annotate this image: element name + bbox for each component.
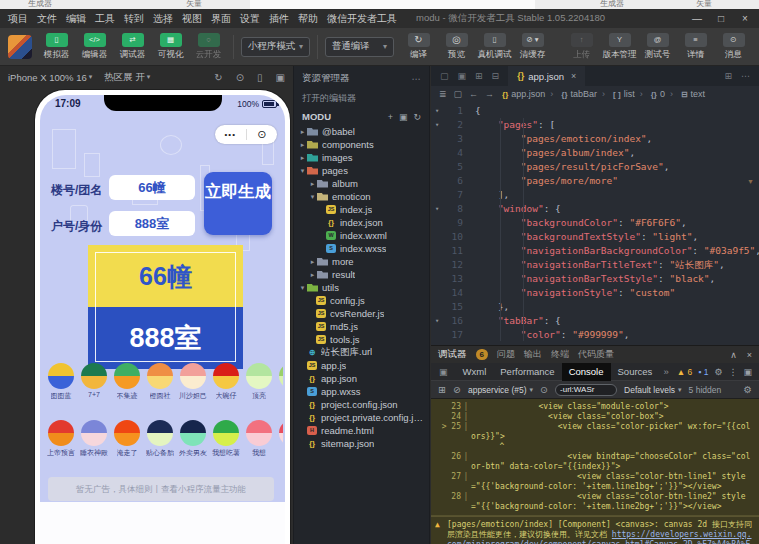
breadcrumb-segment[interactable]: {} 0 bbox=[635, 89, 665, 99]
editor-toolbar-icon[interactable]: ▣ bbox=[458, 71, 467, 81]
menu-item[interactable]: 工具 bbox=[95, 12, 115, 26]
tree-item[interactable]: JS tools.js bbox=[294, 333, 429, 346]
toolbar-action-button[interactable]: ▯ 真机调试 bbox=[477, 33, 512, 61]
toolbar-panel-button[interactable]: ▦ 可视化 bbox=[153, 33, 188, 61]
console-settings-icon[interactable]: ⚙ bbox=[743, 384, 752, 395]
toolbar-project-button[interactable]: Y 版本管理 bbox=[602, 33, 637, 61]
issues-count-badge[interactable]: ▪ 1 bbox=[698, 367, 708, 377]
simulator-icon[interactable]: ▯ bbox=[257, 72, 263, 83]
fold-arrow-icon[interactable] bbox=[431, 160, 443, 174]
fold-arrow-icon[interactable] bbox=[431, 174, 443, 188]
tree-item[interactable]: {} sitemap.json bbox=[294, 437, 429, 450]
color-swatch[interactable]: 上帝预言 bbox=[46, 420, 76, 458]
tree-item[interactable]: JS app.js bbox=[294, 359, 429, 372]
collapse-icon[interactable]: ∧ bbox=[730, 350, 737, 360]
debugger-title[interactable]: 调试器 bbox=[438, 348, 467, 361]
more-tabs-icon[interactable]: » bbox=[659, 366, 672, 377]
debugger-tab[interactable]: 问题 bbox=[497, 348, 515, 361]
fold-arrow-icon[interactable]: ▾ bbox=[431, 202, 443, 216]
color-swatch[interactable]: 我想吃薯 bbox=[211, 420, 241, 458]
devtools-tab[interactable]: Sources bbox=[611, 363, 660, 381]
tree-item[interactable]: W index.wxml bbox=[294, 229, 429, 242]
exit-target-icon[interactable]: ⊙ bbox=[247, 128, 278, 141]
more-icon[interactable]: ⋯ bbox=[412, 73, 422, 84]
settings-gear-icon[interactable]: ⚙ bbox=[714, 367, 722, 377]
close-button[interactable]: × bbox=[733, 9, 757, 28]
tree-item[interactable]: JS cvsRender.js bbox=[294, 307, 429, 320]
simulator-icon[interactable]: ▣ bbox=[276, 72, 285, 83]
breadcrumb-segment[interactable]: ⊟ text bbox=[665, 89, 705, 99]
color-swatch[interactable]: 淹走了 bbox=[112, 420, 142, 458]
tree-item[interactable]: ▾ pages bbox=[294, 164, 429, 177]
breadcrumb-nav-icon[interactable]: ≣ bbox=[439, 89, 447, 99]
open-editors-section[interactable]: 打开的编辑器 bbox=[294, 89, 429, 108]
breadcrumb-segment[interactable]: {} tabBar bbox=[545, 89, 597, 99]
toolbar-action-button[interactable]: ◎ 预览 bbox=[439, 33, 474, 61]
menu-item[interactable]: 编辑 bbox=[66, 12, 86, 26]
fold-arrow-icon[interactable]: ▾ bbox=[431, 314, 443, 328]
tree-item[interactable]: ▾ emoticon bbox=[294, 190, 429, 203]
more-menu-icon[interactable]: ••• bbox=[215, 130, 246, 139]
breadcrumb-segment[interactable]: {} app.json bbox=[502, 89, 545, 99]
warning-count-badge[interactable]: ▲ 6 bbox=[677, 367, 693, 377]
menu-item[interactable]: 插件 bbox=[269, 12, 289, 26]
toolbar-project-button[interactable]: @ 测试号 bbox=[640, 33, 675, 61]
menu-item[interactable]: 微信开发者工具 bbox=[327, 12, 397, 26]
project-section[interactable]: MODU + ▣ ↻ bbox=[294, 108, 429, 125]
editor-right-icon[interactable]: ⊞ bbox=[724, 71, 732, 81]
fold-arrow-icon[interactable] bbox=[431, 216, 443, 230]
tree-item[interactable]: H readme.html bbox=[294, 424, 429, 437]
color-swatch[interactable]: 睡衣神殿 bbox=[79, 420, 109, 458]
fold-arrow-icon[interactable] bbox=[431, 300, 443, 314]
menu-item[interactable]: 转到 bbox=[124, 12, 144, 26]
breadcrumb-nav-icon[interactable]: ← bbox=[469, 89, 478, 99]
fold-arrow-icon[interactable] bbox=[431, 328, 443, 342]
fold-arrow-icon[interactable]: ▾ bbox=[431, 104, 443, 118]
breadcrumb-segment[interactable]: [ ] list bbox=[597, 89, 635, 99]
toolbar-panel-button[interactable]: ○ 云开发 bbox=[191, 33, 226, 61]
color-swatch[interactable]: 大碗仔 bbox=[211, 363, 241, 401]
menu-item[interactable]: 帮助 bbox=[298, 12, 318, 26]
devtools-tab[interactable]: Console bbox=[562, 363, 611, 381]
project-avatar[interactable] bbox=[8, 35, 32, 59]
log-levels-select[interactable]: Default levels ▾ bbox=[624, 385, 682, 395]
console-filter-input[interactable] bbox=[555, 384, 617, 396]
tree-item[interactable]: {} app.json bbox=[294, 372, 429, 385]
menu-item[interactable]: 视图 bbox=[182, 12, 202, 26]
new-file-icon[interactable]: + bbox=[388, 112, 393, 122]
fold-arrow-icon[interactable] bbox=[431, 230, 443, 244]
inspect-element-icon[interactable]: ▣ bbox=[431, 367, 456, 377]
building-input[interactable]: 66幢 bbox=[109, 175, 195, 200]
tab-icon-home[interactable]: ▲ bbox=[114, 540, 127, 544]
minimize-button[interactable]: — bbox=[685, 9, 709, 28]
debugger-tab[interactable]: 代码质量 bbox=[578, 348, 614, 361]
fold-arrow-icon[interactable] bbox=[431, 146, 443, 160]
tree-item[interactable]: JS config.js bbox=[294, 294, 429, 307]
color-swatch[interactable]: 不集迹 bbox=[112, 363, 142, 401]
color-swatch[interactable]: 贴心备胎 bbox=[145, 420, 175, 458]
editor-toolbar-icon[interactable]: ⊟ bbox=[492, 71, 500, 81]
breadcrumb-nav-icon[interactable]: → bbox=[485, 89, 494, 99]
menu-item[interactable]: 项目 bbox=[8, 12, 28, 26]
toolbar-project-button[interactable]: ≡ 详情 bbox=[678, 33, 713, 61]
color-swatch[interactable]: 外卖男友 bbox=[178, 420, 208, 458]
editor-toolbar-icon[interactable]: ⊞ bbox=[475, 71, 483, 81]
compile-mode-select[interactable]: 普通编译▾ bbox=[325, 37, 394, 57]
tree-item[interactable]: ▾ utils bbox=[294, 281, 429, 294]
debugger-tab[interactable]: 输出 bbox=[524, 348, 542, 361]
color-swatch[interactable]: 橙圆社 bbox=[145, 363, 175, 401]
tree-item[interactable]: {} project.config.json bbox=[294, 398, 429, 411]
tree-item[interactable]: ⊕ 站长图库.url bbox=[294, 346, 429, 359]
toolbar-project-button[interactable]: ⊙ 消息 bbox=[716, 33, 751, 61]
toolbar-panel-button[interactable]: ⇄ 调试器 bbox=[115, 33, 150, 61]
tree-item[interactable]: {} index.json bbox=[294, 216, 429, 229]
tree-item[interactable]: ▸ result bbox=[294, 268, 429, 281]
menu-item[interactable]: 文件 bbox=[37, 12, 57, 26]
clear-console-icon[interactable]: ⊘ bbox=[453, 384, 461, 395]
menu-item[interactable]: 选择 bbox=[153, 12, 173, 26]
new-folder-icon[interactable]: ▣ bbox=[399, 112, 408, 122]
tree-item[interactable]: JS index.js bbox=[294, 203, 429, 216]
tree-item[interactable]: S app.wxss bbox=[294, 385, 429, 398]
toolbar-action-button[interactable]: ↻ 编译 bbox=[401, 33, 436, 61]
tab-app-json[interactable]: {} app.json × bbox=[508, 66, 585, 86]
